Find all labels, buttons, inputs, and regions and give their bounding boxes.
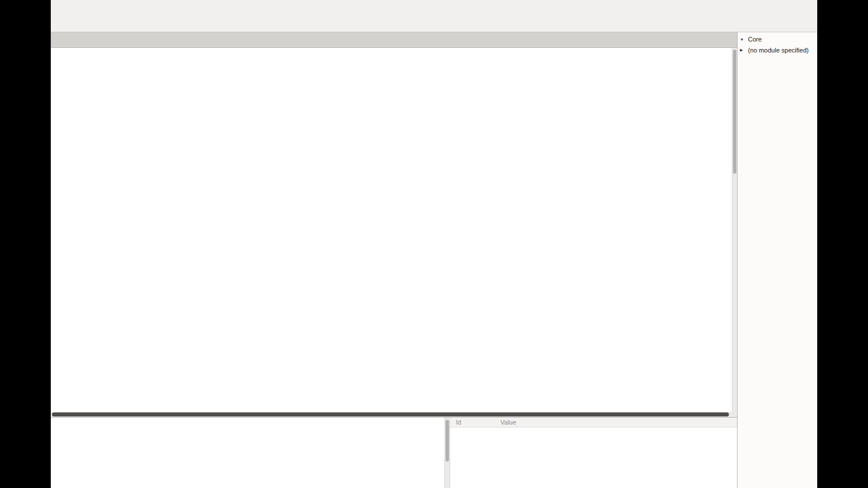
library-category-label: (no module specified) bbox=[748, 47, 809, 54]
bottom-panels: Id Value bbox=[51, 417, 737, 488]
block-library: ▼ Core ▶ (no module specified) bbox=[737, 32, 817, 488]
menu-bar bbox=[51, 0, 817, 11]
connection-wires bbox=[51, 48, 732, 412]
column-header-value: Value bbox=[500, 419, 737, 426]
console-log bbox=[51, 418, 444, 488]
library-category-label: Core bbox=[748, 36, 762, 43]
canvas-vertical-scrollbar[interactable] bbox=[732, 48, 737, 412]
editor-column: Id Value bbox=[51, 32, 737, 488]
scrollbar-thumb[interactable] bbox=[733, 50, 736, 174]
toolbar bbox=[51, 11, 817, 32]
variables-panel: Id Value bbox=[450, 418, 737, 488]
variables-panel-header: Id Value bbox=[450, 418, 737, 427]
canvas-horizontal-scrollbar[interactable] bbox=[51, 412, 737, 417]
grc-window: Id Value ▼ Core ▶ (no module specified) bbox=[51, 0, 817, 488]
expand-arrow-icon: ▶ bbox=[740, 48, 744, 52]
canvas-area bbox=[51, 48, 737, 412]
collapse-arrow-icon: ▼ bbox=[740, 37, 744, 42]
column-header-id: Id bbox=[450, 419, 500, 426]
library-category-core[interactable]: ▼ Core bbox=[738, 34, 817, 44]
scrollbar-thumb[interactable] bbox=[52, 412, 729, 416]
flowgraph-canvas[interactable] bbox=[51, 48, 732, 412]
console-scrollbar[interactable] bbox=[444, 418, 450, 488]
library-category-no-module[interactable]: ▶ (no module specified) bbox=[738, 44, 817, 55]
workspace: Id Value ▼ Core ▶ (no module specified) bbox=[51, 32, 817, 488]
scrollbar-thumb[interactable] bbox=[446, 420, 449, 461]
tab-bar bbox=[51, 32, 737, 48]
